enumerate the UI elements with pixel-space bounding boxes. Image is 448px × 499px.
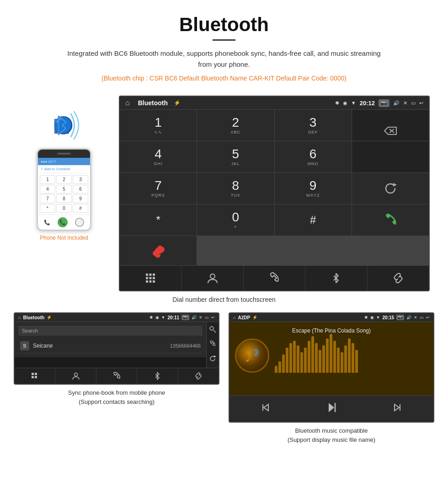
music-home-icon[interactable]: ⌂ xyxy=(233,315,235,320)
prev-track-button[interactable] xyxy=(256,400,276,417)
music-caption: Bluetooth music compatible(Support displ… xyxy=(288,426,375,444)
contacts-func-btn[interactable] xyxy=(181,266,243,290)
svg-point-21 xyxy=(210,327,213,330)
phonebook-search[interactable]: Search xyxy=(18,326,203,336)
bluetooth-signal-icon: ⬓ 🔵 xyxy=(46,109,82,141)
waveform-bar xyxy=(297,345,299,373)
phone-call-button[interactable]: 📞 xyxy=(58,217,68,227)
phone-key-7: 7 xyxy=(40,194,55,203)
pb-link-btn[interactable] xyxy=(178,368,219,384)
pb-status-right: ✱ ◉ ▼ 20:11 📷 🔊 ✕ ▭ ↩ xyxy=(149,315,215,320)
dial-key-2[interactable]: 2 ABC xyxy=(197,110,274,141)
music-cam-icon: 📷 xyxy=(396,315,404,320)
svg-rect-26 xyxy=(32,376,34,378)
pb-cam-icon: 📷 xyxy=(181,315,189,320)
waveform-bar xyxy=(355,350,358,373)
svg-rect-24 xyxy=(32,373,34,375)
contact-row[interactable]: S Seicane 13566664466 xyxy=(18,338,203,354)
camera-icon[interactable]: 📷 xyxy=(379,99,389,107)
music-usb-icon: ⚡ xyxy=(252,315,257,320)
pb-grid-btn[interactable] xyxy=(15,368,55,384)
page-header: Bluetooth Integrated with BC6 Bluetooth … xyxy=(0,0,448,96)
dial-key-9[interactable]: 9 WXYZ xyxy=(275,173,352,204)
phonebook-screen-wrap: ⌂ Bluetooth ⚡ ✱ ◉ ▼ 20:11 📷 🔊 ✕ ▭ ↩ xyxy=(14,312,219,444)
phonebook-body: Search S Seicane 13566664466 xyxy=(15,322,206,357)
pb-home-icon[interactable]: ⌂ xyxy=(18,315,21,320)
dial-key-4[interactable]: 4 GHI xyxy=(120,141,197,172)
pb-wifi-icon: ▼ xyxy=(161,315,165,320)
display-title: Bluetooth xyxy=(138,99,168,107)
link-func-btn[interactable] xyxy=(368,266,429,290)
phonebook-with-icons: Search S Seicane 13566664466 xyxy=(15,322,219,368)
home-icon[interactable]: ⌂ xyxy=(125,99,130,107)
dial-key-6[interactable]: 6 MNO xyxy=(275,141,352,172)
bluetooth-func-btn[interactable] xyxy=(305,266,367,290)
waveform-bar xyxy=(337,348,340,373)
pb-call-icon[interactable] xyxy=(209,340,216,349)
phone-key-hash: # xyxy=(73,204,88,213)
dial-key-0[interactable]: 0 + xyxy=(197,204,274,236)
music-wifi-icon: ▼ xyxy=(376,315,380,320)
waveform-bar xyxy=(304,348,307,373)
specs-line: (Bluetooth chip : CSR BC6 Default Blueto… xyxy=(9,75,439,82)
svg-point-20 xyxy=(210,274,215,279)
window-icon[interactable]: ▭ xyxy=(411,100,416,106)
pb-time: 20:11 xyxy=(167,315,179,320)
subtitle: Integrated with BC6 Bluetooth module, su… xyxy=(64,48,384,70)
phone-func-btn[interactable] xyxy=(244,266,305,290)
call-answer-button[interactable] xyxy=(352,204,429,236)
music-vol-icon: 🔊 xyxy=(406,315,411,320)
phone-speaker xyxy=(57,153,71,155)
phone-not-included-label: Phone Not Included xyxy=(40,235,88,241)
back-icon[interactable]: ↩ xyxy=(419,100,423,106)
music-screen-wrap: ⌂ A2DP ⚡ ✱ ◉ ▼ 20:15 📷 🔊 ✕ ▭ ↩ Escape (T… xyxy=(229,312,434,444)
dial-key-1[interactable]: 1 ∿∿ xyxy=(120,110,197,141)
phone-top-bar xyxy=(38,150,90,158)
phonebook-main: Search S Seicane 13566664466 xyxy=(15,322,206,368)
play-pause-button[interactable] xyxy=(320,399,342,418)
dialpad-func-btn[interactable] xyxy=(120,266,181,290)
pb-person-btn[interactable] xyxy=(55,368,96,384)
svg-text:♪: ♪ xyxy=(245,347,253,365)
waveform-bar xyxy=(300,352,303,373)
contact-number: 13566664466 xyxy=(170,343,201,349)
dial-key-5[interactable]: 5 JKL xyxy=(197,141,274,172)
pb-phone-btn[interactable] xyxy=(96,368,137,384)
svg-rect-12 xyxy=(149,274,152,276)
waveform-bar xyxy=(275,366,277,373)
backspace-button[interactable] xyxy=(352,110,429,141)
phone-home-button[interactable] xyxy=(75,218,84,227)
phone-add-contact: +Add to Contacts xyxy=(38,165,90,173)
waveform-bar xyxy=(348,338,351,373)
pb-close-icon: ✕ xyxy=(199,315,203,320)
dialpad-empty-1 xyxy=(352,141,429,172)
close-icon[interactable]: ✕ xyxy=(403,100,407,106)
dial-key-3[interactable]: 3 DEF xyxy=(275,110,352,141)
usb-icon: ⚡ xyxy=(174,100,181,106)
phone-bottom: 📞 📞 xyxy=(38,215,90,230)
waveform-bar xyxy=(322,345,325,373)
svg-rect-27 xyxy=(35,376,37,378)
dial-key-8[interactable]: 8 TUV xyxy=(197,173,274,204)
call-end-button[interactable] xyxy=(120,236,197,265)
dial-key-7[interactable]: 7 PQRS xyxy=(120,173,197,204)
dial-key-star[interactable]: * xyxy=(120,204,197,236)
dialpad-grid: 1 ∿∿ 2 ABC 3 DEF 4 GHI xyxy=(120,110,429,265)
next-track-button[interactable] xyxy=(387,400,407,417)
title-underline xyxy=(213,39,235,41)
pb-search-icon[interactable] xyxy=(209,326,216,335)
volume-icon[interactable]: 🔊 xyxy=(393,100,400,106)
func-bar xyxy=(120,265,429,290)
dial-key-hash[interactable]: # xyxy=(275,204,352,236)
pb-bt-btn[interactable] xyxy=(137,368,178,384)
svg-rect-14 xyxy=(146,277,148,279)
music-status-bar: ⌂ A2DP ⚡ ✱ ◉ ▼ 20:15 📷 🔊 ✕ ▭ ↩ xyxy=(229,313,433,322)
svg-rect-16 xyxy=(153,277,155,279)
refresh-button[interactable] xyxy=(352,173,429,204)
main-status-bar: ⌂ Bluetooth ⚡ ✱ ◉ ▼ 20:12 📷 🔊 ✕ ▭ ↩ xyxy=(120,97,429,110)
album-art: ♪ xyxy=(235,338,269,373)
pb-usb-icon: ⚡ xyxy=(47,315,52,320)
svg-rect-18 xyxy=(149,280,152,283)
phone-key-star: * xyxy=(40,204,55,213)
pb-refresh-icon[interactable] xyxy=(209,355,216,364)
